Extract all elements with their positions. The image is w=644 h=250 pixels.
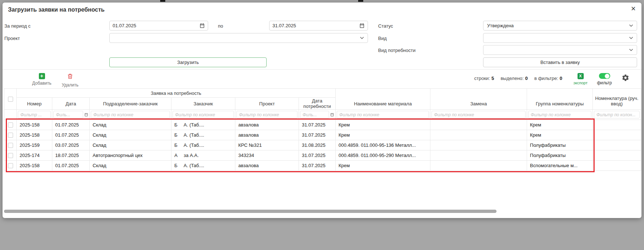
period-to-label: по bbox=[218, 23, 223, 29]
select-all-checkbox[interactable] bbox=[8, 97, 13, 102]
nomenclature-group-cell: Крем bbox=[527, 130, 593, 140]
close-button[interactable]: × bbox=[631, 5, 636, 13]
nomenclature-group-cell: Полуфабрикаты bbox=[527, 150, 593, 161]
number-cell: 2025-174 bbox=[17, 150, 52, 161]
add-button-label: Добавить bbox=[30, 81, 53, 86]
customer-cell: БА. (Таб.... bbox=[171, 161, 235, 171]
filter-input-replacement[interactable] bbox=[432, 111, 526, 118]
row-checkbox[interactable] bbox=[8, 163, 13, 168]
nomenclature-group-cell: Вспомогательные м... bbox=[527, 161, 593, 171]
delete-button[interactable]: Удалить bbox=[58, 73, 82, 88]
project-label: Проект bbox=[4, 36, 20, 41]
filter-input-department[interactable] bbox=[91, 111, 170, 118]
filter-toggle[interactable]: фильтр bbox=[595, 73, 613, 85]
replacement-cell bbox=[430, 130, 527, 140]
checkbox-cell bbox=[4, 140, 17, 150]
backdrop-mark bbox=[160, 0, 165, 2]
group-header: Заявка на потребность bbox=[17, 89, 336, 98]
checkbox-cell bbox=[4, 161, 17, 171]
replacement-cell bbox=[430, 161, 527, 171]
group-header-row: Заявка на потребность Наименование матер… bbox=[4, 89, 641, 98]
chevron-down-icon bbox=[629, 37, 633, 39]
column-header-material[interactable]: Наименование материала bbox=[336, 89, 430, 110]
export-button-label: экспорт bbox=[571, 81, 590, 85]
nomenclature-cell bbox=[593, 130, 641, 140]
project-cell: КРС №321 bbox=[235, 140, 299, 150]
toggle-on-icon[interactable] bbox=[599, 73, 610, 79]
calendar-icon[interactable] bbox=[199, 23, 205, 28]
row-checkbox[interactable] bbox=[8, 133, 13, 138]
project-select[interactable] bbox=[109, 33, 368, 43]
date-cell: 18.07.2025 bbox=[52, 150, 90, 161]
kind-label: Вид bbox=[378, 36, 387, 41]
backdrop-mark bbox=[358, 0, 363, 2]
filter-input-nomenclature-group[interactable] bbox=[528, 111, 591, 118]
filter-input-nomenclature[interactable] bbox=[594, 111, 640, 118]
kind-select[interactable] bbox=[483, 33, 637, 43]
number-cell: 2025-158 bbox=[17, 161, 52, 171]
filter-input-customer[interactable] bbox=[173, 111, 234, 118]
filter-cell-department bbox=[90, 110, 171, 120]
date-cell: 03.07.2025 bbox=[52, 140, 90, 150]
checkbox-cell bbox=[4, 120, 17, 130]
checkbox-cell bbox=[4, 130, 17, 140]
add-button[interactable]: + Добавить bbox=[30, 73, 53, 86]
filter-input-need-date[interactable] bbox=[300, 111, 329, 118]
filter-cell-need-date bbox=[299, 110, 336, 120]
column-header-nomenclature-group[interactable]: Группа номенклатуры bbox=[527, 89, 593, 110]
filter-input-material[interactable] bbox=[337, 111, 429, 118]
row-checkbox[interactable] bbox=[8, 143, 13, 148]
table-row[interactable]: 2025-158 01.07.2025 Склад БА. (Таб.... а… bbox=[4, 120, 641, 130]
row-checkbox[interactable] bbox=[8, 122, 13, 128]
calendar-icon[interactable] bbox=[330, 112, 334, 117]
period-to-input[interactable] bbox=[269, 21, 368, 31]
selected-count: выделено:0 bbox=[501, 76, 528, 81]
table-row[interactable]: 2025-174 18.07.2025 Автотранспортный цех… bbox=[4, 150, 641, 161]
export-button[interactable]: X экспорт bbox=[571, 73, 590, 85]
column-header-customer[interactable]: Заказчик bbox=[171, 98, 235, 110]
horizontal-scrollbar-thumb[interactable] bbox=[4, 210, 497, 213]
column-header-replacement[interactable]: Замена bbox=[430, 89, 527, 110]
period-to-value[interactable] bbox=[272, 23, 359, 28]
excel-export-icon: X bbox=[578, 73, 584, 79]
table-row[interactable]: 2025-158 01.07.2025 Склад БА. (Таб.... а… bbox=[4, 130, 641, 140]
column-header-department[interactable]: Подразделение-заказчик bbox=[90, 98, 171, 110]
filter-input-project[interactable] bbox=[236, 111, 297, 118]
column-header-nomenclature[interactable]: Номенклатура (руч. ввод) bbox=[593, 89, 641, 110]
replacement-cell bbox=[430, 120, 527, 130]
column-header-need-date[interactable]: Дата потребности bbox=[299, 98, 336, 110]
need-kind-label: Вид потребности bbox=[378, 48, 416, 53]
calendar-icon[interactable] bbox=[84, 112, 88, 117]
replacement-cell bbox=[430, 150, 527, 161]
table-row[interactable]: 2025-159 03.07.2025 Склад БА. (Таб.... К… bbox=[4, 140, 641, 150]
status-select[interactable]: Утверждена bbox=[483, 21, 637, 31]
nomenclature-cell bbox=[593, 120, 641, 130]
gear-icon[interactable] bbox=[621, 74, 629, 82]
filter-toggle-label: фильтр bbox=[595, 80, 613, 85]
nomenclature-cell bbox=[593, 150, 641, 161]
filter-input-number[interactable] bbox=[18, 111, 51, 118]
load-requests-dialog: Загрузить заявки на потребность × За пер… bbox=[3, 3, 641, 218]
row-checkbox[interactable] bbox=[8, 153, 13, 158]
need-kind-select[interactable] bbox=[483, 45, 637, 55]
filter-cell-empty bbox=[4, 110, 17, 120]
insert-into-request-button[interactable]: Вставить в заявку bbox=[483, 57, 637, 67]
department-cell: Склад bbox=[90, 140, 171, 150]
nomenclature-cell bbox=[593, 161, 641, 171]
calendar-icon[interactable] bbox=[359, 23, 365, 28]
column-header-number[interactable]: Номер bbox=[17, 98, 52, 110]
need-date-cell: 31.07.2025 bbox=[299, 150, 336, 161]
status-select-value: Утверждена bbox=[487, 23, 514, 28]
project-cell: авзалова bbox=[235, 130, 299, 140]
table-row[interactable]: 2025-158 01.07.2025 Склад БА. (Таб.... а… bbox=[4, 161, 641, 171]
department-cell: Склад bbox=[90, 161, 171, 171]
period-from-value[interactable] bbox=[113, 23, 199, 28]
rows-count: строки:5 bbox=[474, 76, 494, 81]
period-from-input[interactable] bbox=[109, 21, 208, 31]
filter-input-date[interactable] bbox=[53, 111, 83, 118]
filter-row bbox=[4, 110, 641, 120]
column-header-date[interactable]: Дата bbox=[52, 98, 90, 110]
date-cell: 01.07.2025 bbox=[52, 161, 90, 171]
column-header-project[interactable]: Проект bbox=[235, 98, 299, 110]
load-button[interactable]: Загрузить bbox=[109, 57, 267, 67]
